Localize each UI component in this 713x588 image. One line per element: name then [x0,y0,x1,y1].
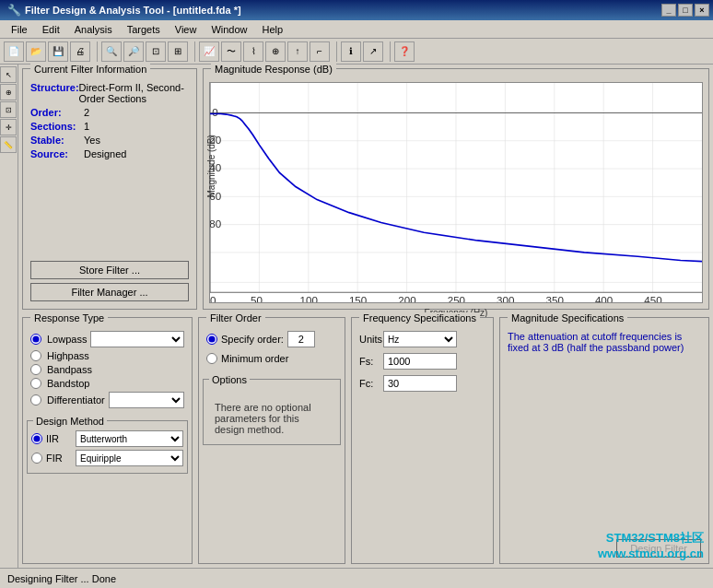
fc-row: Fc: [359,375,485,392]
statusbar-text: Designing Filter ... Done [7,573,116,584]
radio-highpass-item: Highpass [30,350,184,361]
stable-value: Yes [84,135,100,146]
toolbar-info[interactable]: ℹ [341,41,361,62]
sidebar-cursor-icon[interactable]: ✛ [0,119,17,135]
iir-method-select[interactable]: Butterworth [76,430,183,447]
toolbar-pzplot[interactable]: ⊕ [265,41,286,62]
radio-iir[interactable] [31,433,42,444]
sidebar-measure-icon[interactable]: 📏 [0,136,17,153]
design-filter-btn[interactable]: Design Filter [616,539,701,558]
menu-help[interactable]: Help [255,22,291,37]
toolbar-step[interactable]: ⌐ [310,41,330,62]
iir-row: IIR Butterworth [31,430,183,447]
stable-label: Stable: [30,135,84,146]
magnitude-panel: Magnitude Response (dB) [203,68,709,310]
radio-fir[interactable] [31,453,42,464]
fc-input[interactable] [383,375,457,392]
source-value: Designed [84,148,126,159]
menu-window[interactable]: Window [204,22,254,37]
toolbar-open[interactable]: 📂 [26,41,46,62]
radio-lowpass[interactable] [30,334,41,345]
lowpass-select[interactable] [90,331,184,347]
mag-spec-content: The attenuation at cutoff frequencies is… [500,318,708,359]
svg-text:450: 450 [644,296,661,302]
lowpass-label: Lowpass [47,334,87,345]
filter-order-content: Specify order: Minimum order [199,318,345,375]
sidebar-fit-icon[interactable]: ⊡ [0,101,17,118]
mag-spec-title: Magnitude Specifications [508,312,627,323]
toolbar-print[interactable]: 🖨 [70,41,90,62]
chart-container: 0 -20 -40 -60 -80 0 50 100 150 200 250 [209,82,703,303]
toolbar-impulse[interactable]: ↑ [287,41,308,62]
svg-text:300: 300 [497,296,514,302]
mag-spec-text: The attenuation at cutoff frequencies is… [508,331,684,353]
store-filter-btn[interactable]: Store Filter ... [30,261,189,279]
toolbar-help[interactable]: ❓ [394,41,415,62]
panels-container: Current Filter Information Structure: Di… [18,65,713,568]
units-label: Units: [359,334,380,345]
min-order-row: Minimum order [206,353,337,364]
toolbar-export[interactable]: ↗ [363,41,383,62]
radio-bandstop[interactable] [30,378,41,389]
upper-panels: Current Filter Information Structure: Di… [18,65,713,313]
sidebar-zoom-icon[interactable]: ⊕ [0,84,17,100]
minimize-btn[interactable]: _ [661,4,676,17]
svg-text:200: 200 [398,296,415,302]
sections-row: Sections: 1 [30,121,189,132]
titlebar-title: Filter Design & Analysis Tool - [untitle… [25,5,241,16]
toolbar-sep2 [192,41,195,62]
fs-input[interactable] [383,353,457,370]
toolbar-zoom-in[interactable]: 🔍 [101,41,122,62]
response-type-group: Lowpass Highpass Bandpas [23,318,192,417]
fir-method-select[interactable]: Equiripple [76,450,183,466]
radio-highpass[interactable] [30,350,41,361]
close-btn[interactable]: × [695,4,709,17]
svg-text:400: 400 [595,296,613,302]
toolbar-grpdelay[interactable]: ⌇ [243,41,263,62]
svg-text:50: 50 [251,296,263,302]
maximize-btn[interactable]: □ [678,4,693,17]
app-icon: 🔧 [7,4,21,17]
toolbar-sep1 [94,41,98,62]
radio-bandpass[interactable] [30,364,41,375]
svg-text:100: 100 [300,296,318,302]
menu-file[interactable]: File [4,22,35,37]
sidebar-arrow-icon[interactable]: ↖ [0,66,17,83]
specify-order-input[interactable] [287,331,315,347]
filter-info-panel: Current Filter Information Structure: Di… [22,68,197,310]
response-type-title: Response Type [30,312,108,323]
titlebar: 🔧 Filter Design & Analysis Tool - [untit… [0,0,713,20]
toolbar-new[interactable]: 📄 [4,41,24,62]
toolbar-phase[interactable]: 〜 [221,41,241,62]
toolbar-save[interactable]: 💾 [48,41,68,62]
menu-view[interactable]: View [168,22,205,37]
toolbar-response[interactable]: 📈 [199,41,219,62]
toolbar-zoom-out[interactable]: 🔎 [123,41,144,62]
radio-minimum-order[interactable] [206,353,217,364]
menu-targets[interactable]: Targets [120,22,168,37]
iir-label: IIR [46,433,72,444]
filter-info-title: Current Filter Information [30,64,150,75]
source-row: Source: Designed [30,148,189,159]
menu-analysis[interactable]: Analysis [67,22,120,37]
bandpass-label: Bandpass [47,364,92,375]
fir-row: FIR Equiripple [31,450,183,466]
filter-order-panel: Filter Order Specify order: Minimum orde… [198,317,345,564]
units-select[interactable]: Hz kHz MHz Normalized [383,331,457,347]
order-label: Order: [30,107,84,118]
radio-differentiator[interactable] [30,394,41,406]
sections-label: Sections: [30,121,84,132]
menu-edit[interactable]: Edit [35,22,67,37]
toolbar-zoom-reset[interactable]: ⊞ [168,41,188,62]
svg-text:0: 0 [212,107,217,118]
svg-text:350: 350 [546,296,564,302]
radio-specify-order[interactable] [206,334,217,345]
toolbar: 📄 📂 💾 🖨 🔍 🔎 ⊡ ⊞ 📈 〜 ⌇ ⊕ ↑ ⌐ ℹ ↗ ❓ [0,39,713,65]
yaxis-label: Magnitude (dB) [206,135,216,197]
filter-manager-btn[interactable]: Filter Manager ... [30,283,189,301]
mag-spec-panel: Magnitude Specifications The attenuation… [499,317,709,564]
toolbar-zoom-fit[interactable]: ⊡ [146,41,166,62]
svg-text:0: 0 [210,296,216,302]
options-message: There are no optional parameters for thi… [215,402,311,435]
differentiator-select[interactable] [109,392,184,408]
